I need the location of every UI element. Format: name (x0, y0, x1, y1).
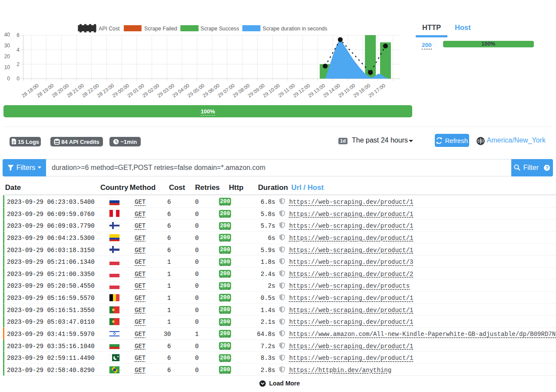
svg-text:6: 6 (17, 32, 20, 38)
svg-text:2: 2 (17, 61, 20, 67)
svg-text:29 17:00: 29 17:00 (367, 83, 386, 98)
svg-text:30: 30 (4, 43, 10, 49)
svg-text:40: 40 (4, 32, 10, 38)
svg-text:0: 0 (7, 76, 10, 82)
svg-text:20: 20 (4, 53, 10, 60)
svg-text:Scrape Failed: Scrape Failed (144, 26, 177, 32)
svg-text:4: 4 (17, 47, 20, 53)
svg-text:Scrape duration in seconds: Scrape duration in seconds (263, 26, 328, 32)
svg-text:10: 10 (4, 64, 10, 70)
svg-text:0: 0 (17, 76, 20, 82)
svg-text:29 10:00: 29 10:00 (262, 83, 281, 98)
svg-text:API Cost: API Cost (99, 26, 120, 32)
svg-text:Scrape Success: Scrape Success (201, 26, 239, 32)
